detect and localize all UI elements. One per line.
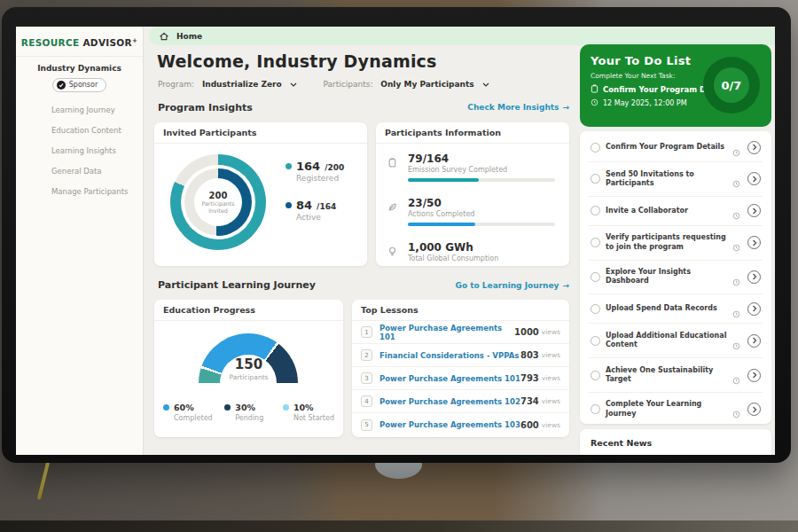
todo-item[interactable]: Complete Your Learning Journey [589, 393, 763, 427]
legend-label: Pending [235, 414, 270, 422]
stat-row: 1,000 GWh Total Global Consumption [387, 241, 560, 277]
sponsor-badge-icon [57, 81, 66, 90]
sidebar-item-learning-journey[interactable]: Learning Journey [16, 100, 143, 121]
checkbox[interactable] [591, 404, 600, 414]
checkbox[interactable] [591, 304, 600, 314]
checkbox[interactable] [591, 206, 600, 215]
todo-item-label: Achieve One Sustainability Target [606, 366, 727, 385]
clipboard-icon [591, 84, 598, 95]
lesson-rank: 1 [361, 326, 372, 338]
go-to-learning-journey-link[interactable]: Go to Learning Journey→ [456, 281, 569, 290]
card-title: Invited Participants [154, 122, 367, 144]
lesson-row: 4 Power Purchase Agreements 102 734 view… [352, 390, 569, 413]
checkbox[interactable] [591, 272, 600, 282]
todo-item[interactable]: Invite a Collaborator [589, 197, 763, 226]
chevron-right-icon[interactable] [747, 270, 761, 284]
lesson-link[interactable]: Power Purchase Agreements 102 [379, 397, 520, 406]
chevron-right-icon[interactable] [747, 172, 761, 185]
sidebar-item-general-data[interactable]: General Data [16, 161, 143, 182]
checkbox[interactable] [591, 238, 600, 247]
lesson-rank: 5 [361, 419, 372, 431]
todo-item[interactable]: Confirm Your Program Details [589, 133, 763, 162]
lesson-link[interactable]: Power Purchase Agreements 103 [379, 420, 520, 429]
lesson-views: 600 [520, 420, 539, 430]
chevron-right-icon[interactable] [747, 403, 761, 416]
legend-label: Registered [296, 174, 344, 183]
gauge-center-label: Participants [154, 373, 343, 381]
chevron-right-icon[interactable] [747, 141, 761, 154]
clock-icon [732, 305, 740, 313]
gauge-legend: 60% Completed 30% Pending 10% Not Starte… [163, 403, 334, 422]
lesson-row: 5 Power Purchase Agreements 103 600 view… [352, 413, 569, 436]
invited-donut-chart: 200 Participants Invited [170, 154, 266, 250]
dashboard-screen: RESOURCE ADVISOR+ Industry Dynamics Spon… [16, 27, 775, 455]
chevron-right-icon[interactable] [747, 204, 761, 217]
stat-row: 79/164 Emission Survey Completed [387, 153, 560, 188]
check-more-insights-link[interactable]: Check More Insights→ [467, 103, 569, 112]
stat-label: Total Global Consumption [408, 254, 560, 262]
consumption-icon [387, 244, 398, 255]
todo-item[interactable]: Upload Additional Educational Content [589, 324, 763, 358]
legend-entry: 10% Not Started [283, 403, 334, 422]
chevron-right-icon[interactable] [747, 369, 761, 382]
legend-dot [283, 404, 289, 411]
card-title: Participants Information [376, 122, 569, 144]
app-logo: RESOURCE ADVISOR+ [16, 36, 143, 48]
todo-progress-ring: 0/7 [703, 57, 760, 113]
views-label: views [542, 421, 560, 429]
todo-summary-card: Your To Do List Complete Your Next Task:… [580, 44, 771, 127]
views-label: views [542, 351, 560, 359]
invited-participants-card: Invited Participants 200 Participants In… [154, 122, 367, 266]
stat-value: 79/164 [408, 153, 560, 165]
todo-item[interactable]: Send 50 Invitations to Participants [589, 162, 763, 197]
lesson-link[interactable]: Power Purchase Agreements 101 [379, 374, 520, 383]
todo-item[interactable]: Explore Your Insights Dashboard [589, 261, 763, 295]
todo-item[interactable]: Achieve One Sustainability Target [589, 358, 763, 393]
lesson-row: 1 Power Purchase Agreements 101 1000 vie… [352, 321, 569, 344]
clock-icon [732, 207, 740, 215]
donut-legend: 164/200 Registered 84/164 Active [286, 160, 344, 238]
views-label: views [542, 397, 560, 405]
lesson-link[interactable]: Power Purchase Agreements 101 [379, 324, 514, 341]
participants-dropdown[interactable]: Participants: Only My Participants [324, 80, 489, 89]
lesson-link[interactable]: Financial Considerations - VPPAs [379, 351, 519, 360]
stat-label: Emission Survey Completed [408, 166, 560, 174]
desk-edge [0, 520, 798, 532]
lesson-rank: 4 [361, 395, 372, 407]
checkbox[interactable] [591, 336, 600, 346]
checkbox[interactable] [591, 371, 600, 380]
legend-dot [286, 163, 292, 169]
lesson-views: 1000 [514, 327, 539, 337]
chevron-right-icon[interactable] [747, 334, 761, 348]
todo-item[interactable]: Verify participants requesting to join t… [589, 226, 763, 261]
legend-value: 164 [296, 160, 320, 173]
stat-value: 23/50 [408, 197, 560, 209]
chevron-down-icon [290, 80, 297, 89]
sidebar-item-learning-insights[interactable]: Learning Insights [16, 141, 143, 161]
sidebar-item-education-content[interactable]: Education Content [16, 121, 143, 141]
views-label: views [542, 328, 560, 336]
monitor: RESOURCE ADVISOR+ Industry Dynamics Spon… [2, 7, 791, 463]
chevron-right-icon[interactable] [747, 302, 761, 316]
legend-pct: 60% [174, 403, 194, 412]
chevron-right-icon[interactable] [747, 236, 761, 249]
actions-icon [387, 200, 398, 211]
todo-item[interactable]: Upload Spend Data Records [589, 294, 763, 324]
clock-icon [732, 239, 740, 246]
sidebar-item-manage-participants[interactable]: Manage Participants [16, 182, 143, 202]
legend-entry: 84/164 Active [286, 199, 344, 222]
gauge-center-value: 150 [154, 356, 343, 372]
checkbox[interactable] [591, 174, 600, 184]
todo-list-card: Confirm Your Program Details Send 50 Inv… [580, 131, 771, 424]
filters-row: Program: Industrialize Zero Participants… [158, 80, 489, 89]
program-dropdown[interactable]: Program: Industrialize Zero [158, 80, 297, 89]
checkbox[interactable] [591, 143, 600, 153]
sidebar-item-label: Learning Insights [51, 146, 116, 155]
sidebar-item-label: Manage Participants [51, 187, 128, 196]
clock-icon [732, 144, 740, 152]
card-title: Top Lessons [352, 300, 569, 321]
divider [16, 56, 143, 57]
survey-icon [387, 155, 398, 167]
lesson-views: 734 [520, 396, 539, 406]
legend-value: 84 [296, 199, 312, 212]
